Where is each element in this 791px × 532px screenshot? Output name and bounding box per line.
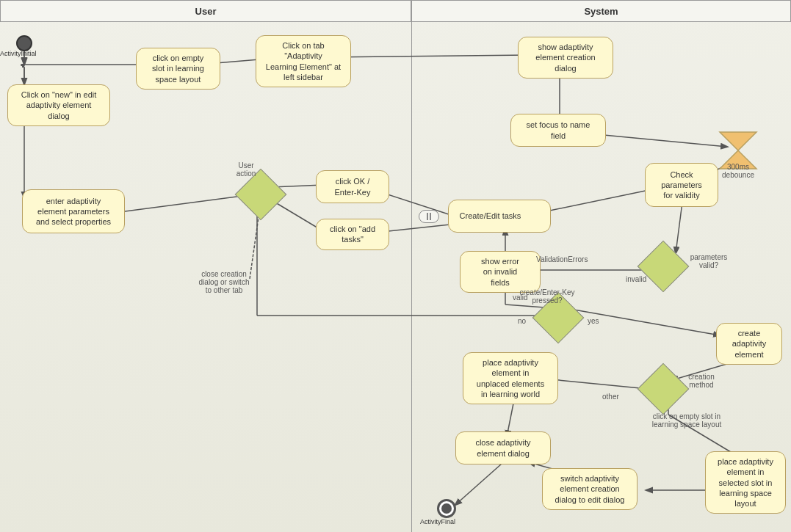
switch-dialog-node: switch adaptivityelement creationdialog … [542,468,638,510]
final-label: ActivityFinal [420,518,455,525]
svg-marker-37 [720,132,756,150]
click-empty-slot-node: click on emptyslot in learningspace layo… [136,48,220,90]
user-action-diamond [242,176,279,213]
enter-params-node: enter adaptivityelement parametersand se… [22,189,125,233]
debounce-node: 300msdebounce [716,128,760,190]
yes-label: yes [588,317,599,325]
click-empty-slot-label: click on empty slot inlearning space lay… [643,412,731,429]
initial-node [16,35,32,51]
check-params-node: Checkparametersfor validity [645,163,718,207]
diagram-container: User System [0,0,791,532]
final-node-inner [441,503,452,514]
swimlane-system-header: System [411,0,791,22]
params-valid-label: parametersvalid? [683,253,734,269]
click-add-tasks-node: click on "addtasks" [316,219,389,250]
click-ok-node: click OK /Enter-Key [316,170,389,203]
create-element-node: createadaptivityelement [716,323,782,365]
swimlane-divider [411,0,412,532]
click-tab-node: Click on tab "AdaptivityLearning Element… [256,35,351,87]
params-valid-diamond [645,248,682,285]
svg-line-13 [114,194,253,213]
user-action-label: Useraction [220,161,272,178]
close-creation-label: close creationdialog or switchto other t… [187,270,261,294]
no-label: no [518,317,526,325]
svg-line-8 [327,55,529,57]
show-error-node: show erroron invalidfields [460,251,541,293]
other-label: other [602,393,619,401]
place-unplaced-node: place adaptivityelement inunplaced eleme… [463,352,558,404]
fork-bar-top [21,64,24,66]
validation-errors-label: ValidationErrors [536,255,588,263]
click-new-node: Click on "new" in editadaptivity element… [7,84,110,126]
initial-label: ActivityInitial [0,50,37,57]
close-dialog-node: close adaptivityelement dialog [455,431,551,464]
creation-method-label: creationmethod [676,373,727,389]
valid-label: valid [513,294,528,302]
svg-line-34 [455,464,502,505]
show-adaptivity-node: show adaptivityelement creationdialog [518,37,613,79]
swimlane-user-header: User [0,0,411,22]
final-node [437,499,456,518]
set-focus-node: set focus to namefield [510,114,606,147]
create-enter-diamond [540,299,577,336]
place-selected-slot-node: place adaptivityelement inselected slot … [705,451,786,514]
invalid-label: invalid [626,275,646,283]
